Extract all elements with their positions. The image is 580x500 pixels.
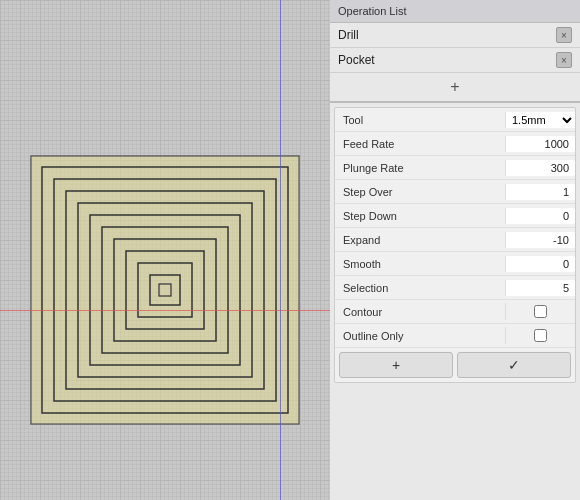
expand-input[interactable] xyxy=(505,232,575,248)
contour-checkbox[interactable] xyxy=(534,305,547,318)
svg-rect-5 xyxy=(90,215,240,365)
plunge-rate-input[interactable] xyxy=(505,160,575,176)
prop-row-plunge-rate: Plunge Rate xyxy=(335,156,575,180)
outline-only-checkbox-wrap xyxy=(505,327,575,344)
prop-row-outline-only: Outline Only xyxy=(335,324,575,348)
concentric-path xyxy=(30,155,300,425)
svg-rect-7 xyxy=(114,239,216,341)
confirm-button[interactable]: ✓ xyxy=(457,352,571,378)
operation-list-header: Operation List xyxy=(330,0,580,23)
svg-rect-9 xyxy=(138,263,192,317)
smooth-input[interactable] xyxy=(505,256,575,272)
operation-pocket[interactable]: Pocket × xyxy=(330,48,580,73)
operation-drill[interactable]: Drill × xyxy=(330,23,580,48)
add-operation-button[interactable]: + xyxy=(330,73,580,102)
properties-panel: Tool 1.5mm 2mm 3mm Feed Rate Plunge Rate… xyxy=(334,107,576,383)
add-button[interactable]: + xyxy=(339,352,453,378)
operation-list: Operation List Drill × Pocket × + xyxy=(330,0,580,103)
selection-input[interactable] xyxy=(505,280,575,296)
prop-row-contour: Contour xyxy=(335,300,575,324)
vertical-axis xyxy=(280,0,281,500)
tool-select[interactable]: 1.5mm 2mm 3mm xyxy=(505,112,575,128)
canvas-area[interactable] xyxy=(0,0,330,500)
prop-label-selection: Selection xyxy=(335,279,505,297)
step-over-input[interactable] xyxy=(505,184,575,200)
prop-row-step-down: Step Down xyxy=(335,204,575,228)
prop-label-plunge-rate: Plunge Rate xyxy=(335,159,505,177)
svg-rect-11 xyxy=(159,284,171,296)
svg-rect-2 xyxy=(54,179,276,401)
svg-rect-0 xyxy=(31,156,299,424)
prop-label-outline-only: Outline Only xyxy=(335,327,505,345)
prop-row-selection: Selection xyxy=(335,276,575,300)
prop-label-feed-rate: Feed Rate xyxy=(335,135,505,153)
prop-label-smooth: Smooth xyxy=(335,255,505,273)
prop-label-step-over: Step Over xyxy=(335,183,505,201)
prop-row-step-over: Step Over xyxy=(335,180,575,204)
svg-rect-4 xyxy=(78,203,252,377)
operation-drill-label: Drill xyxy=(338,28,359,42)
step-down-input[interactable] xyxy=(505,208,575,224)
panel-footer: + ✓ xyxy=(335,348,575,382)
svg-rect-6 xyxy=(102,227,228,353)
feed-rate-input[interactable] xyxy=(505,136,575,152)
operation-drill-delete[interactable]: × xyxy=(556,27,572,43)
prop-row-tool: Tool 1.5mm 2mm 3mm xyxy=(335,108,575,132)
outline-only-checkbox[interactable] xyxy=(534,329,547,342)
svg-rect-3 xyxy=(66,191,264,389)
prop-label-tool: Tool xyxy=(335,111,505,129)
prop-row-smooth: Smooth xyxy=(335,252,575,276)
operation-pocket-delete[interactable]: × xyxy=(556,52,572,68)
operation-pocket-label: Pocket xyxy=(338,53,375,67)
prop-label-step-down: Step Down xyxy=(335,207,505,225)
prop-row-expand: Expand xyxy=(335,228,575,252)
svg-rect-1 xyxy=(42,167,288,413)
prop-label-contour: Contour xyxy=(335,303,505,321)
svg-rect-10 xyxy=(150,275,180,305)
contour-checkbox-wrap xyxy=(505,303,575,320)
right-panel: Operation List Drill × Pocket × + Tool 1… xyxy=(330,0,580,500)
prop-row-feed-rate: Feed Rate xyxy=(335,132,575,156)
prop-label-expand: Expand xyxy=(335,231,505,249)
